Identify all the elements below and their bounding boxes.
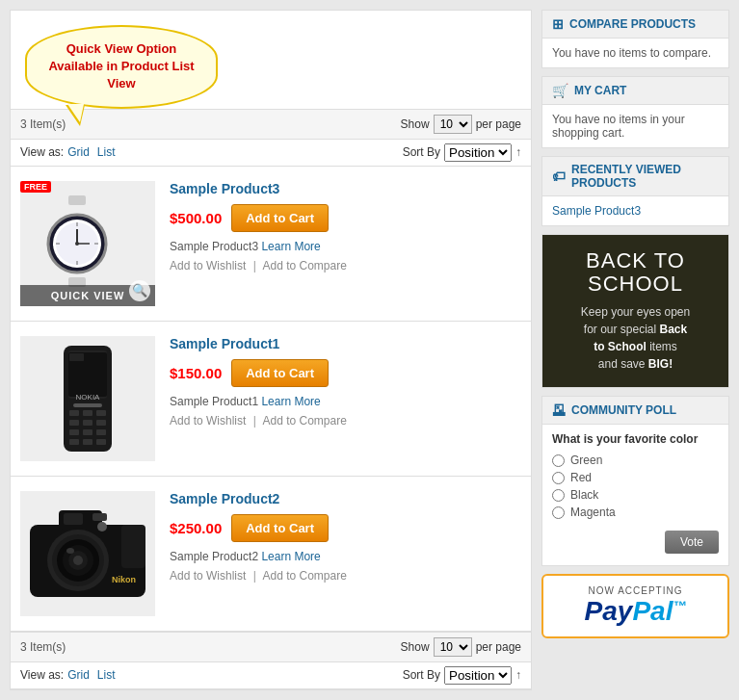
list-view-link-top[interactable]: List <box>97 145 116 159</box>
callout-bubble: Quick View Option Available in Product L… <box>25 25 218 109</box>
product-name-link-1[interactable]: Sample Product3 <box>170 181 279 196</box>
product-image-wrap-3: Nikon <box>20 491 155 616</box>
product-info-3: Sample Product2 $250.00 Add to Cart Samp… <box>170 491 521 583</box>
price-cart-1: $500.00 Add to Cart <box>170 204 521 232</box>
svg-point-7 <box>75 242 79 246</box>
svg-rect-40 <box>92 513 107 521</box>
svg-rect-19 <box>96 410 106 416</box>
poll-header-label: COMMUNITY POLL <box>571 403 676 417</box>
items-count-bottom: 3 Item(s) <box>20 640 66 654</box>
svg-rect-23 <box>69 429 79 435</box>
sort-by-label-bottom: Sort By <box>403 668 440 682</box>
show-select-bottom[interactable]: 10 20 50 <box>434 637 472 657</box>
sort-select-bottom[interactable]: Position Name Price <box>444 666 512 685</box>
poll-radio-green[interactable] <box>552 454 565 467</box>
product-name-3: Sample Product2 <box>170 491 521 506</box>
recently-viewed-header: 🏷 RECENTLY VIEWED PRODUCTS <box>542 157 728 196</box>
add-to-compare-link-3[interactable]: Add to Compare <box>263 569 347 583</box>
recently-viewed-header-label: RECENTLY VIEWED PRODUCTS <box>571 163 719 190</box>
poll-radio-black[interactable] <box>552 489 565 502</box>
svg-rect-18 <box>83 410 92 416</box>
product-desc-1: Sample Product3 Learn More <box>170 240 521 253</box>
sort-by-label-top: Sort By <box>403 145 440 159</box>
view-sort-bar-top: View as: Grid List Sort By Position Name… <box>11 140 531 167</box>
tag-icon: 🏷 <box>552 169 566 184</box>
my-cart-box: 🛒 MY CART You have no items in your shop… <box>541 76 729 148</box>
back-to-school-subtitle: Keep your eyes open for our special Back… <box>581 303 690 373</box>
poll-option-green: Green <box>552 454 719 467</box>
grid-view-link-bottom[interactable]: Grid <box>67 668 90 682</box>
view-label-bottom: View as: <box>20 668 64 682</box>
items-count-top: 3 Item(s) <box>20 117 66 131</box>
list-view-link-bottom[interactable]: List <box>97 668 116 682</box>
svg-rect-15 <box>69 353 84 361</box>
product-image-wrap-1: FREE QUICK VIEW 🔍 <box>20 181 155 306</box>
svg-rect-28 <box>96 439 106 445</box>
table-row: Nikon Sample Product2 $250.00 Add t <box>11 477 531 632</box>
svg-rect-24 <box>83 429 92 435</box>
add-to-cart-button-1[interactable]: Add to Cart <box>231 204 329 232</box>
paypal-logo: PayPal™ <box>553 596 718 627</box>
paypal-label: NOW ACCEPTING <box>553 585 718 596</box>
add-to-compare-link-1[interactable]: Add to Compare <box>263 259 347 272</box>
grid-view-link-top[interactable]: Grid <box>67 145 90 159</box>
show-group-bottom: Show 10 20 50 per page <box>401 637 521 657</box>
product-actions-2: Add to Wishlist | Add to Compare <box>170 414 521 428</box>
product-info-1: Sample Product3 $500.00 Add to Cart Samp… <box>170 181 521 272</box>
show-label-top: Show <box>401 117 430 131</box>
back-to-school-title: BACK TO SCHOOL <box>554 249 717 296</box>
product-desc-3: Sample Product2 Learn More <box>170 550 521 563</box>
sort-arrow-top[interactable]: ↑ <box>515 145 521 159</box>
add-to-cart-button-3[interactable]: Add to Cart <box>231 514 329 542</box>
product-name-1: Sample Product3 <box>170 181 521 196</box>
vote-button[interactable]: Vote <box>665 531 719 554</box>
product-image-wrap-2: NOKIA <box>20 336 155 461</box>
svg-rect-25 <box>96 429 106 435</box>
product-name-link-2[interactable]: Sample Product1 <box>170 336 279 351</box>
show-select-top[interactable]: 10 20 50 <box>434 115 472 134</box>
learn-more-link-2[interactable]: Learn More <box>261 395 320 408</box>
poll-radio-red[interactable] <box>552 472 565 484</box>
back-to-school-banner: BACK TO SCHOOL Keep your eyes open for o… <box>542 235 728 387</box>
product-price-2: $150.00 <box>170 365 222 381</box>
svg-text:NOKIA: NOKIA <box>76 393 101 402</box>
compare-products-body: You have no items to compare. <box>542 39 728 67</box>
product-list: FREE QUICK VIEW 🔍 Sample Product3 $500.0… <box>11 167 531 632</box>
per-page-label-top: per page <box>476 117 521 131</box>
sort-arrow-bottom[interactable]: ↑ <box>515 668 521 682</box>
view-label-top: View as: <box>20 145 64 159</box>
show-group-top: Show 10 20 50 per page <box>401 115 521 134</box>
product-name-link-3[interactable]: Sample Product2 <box>170 491 279 506</box>
compare-products-header: ⊞ COMPARE PRODUCTS <box>542 11 728 39</box>
zoom-icon[interactable]: 🔍 <box>129 280 150 301</box>
svg-rect-21 <box>83 420 92 426</box>
add-to-wishlist-link-2[interactable]: Add to Wishlist <box>170 414 246 428</box>
community-poll-box: 🗳 COMMUNITY POLL What is your favorite c… <box>541 396 729 566</box>
recently-viewed-item[interactable]: Sample Product3 <box>552 204 641 218</box>
learn-more-link-1[interactable]: Learn More <box>261 240 320 253</box>
svg-rect-26 <box>69 439 79 445</box>
sort-group-top: Sort By Position Name Price ↑ <box>403 143 521 162</box>
add-to-compare-link-2[interactable]: Add to Compare <box>263 414 347 428</box>
poll-option-label-red: Red <box>570 471 592 484</box>
toolbar-top: 3 Item(s) Show 10 20 50 per page <box>11 109 531 140</box>
product-image-2: NOKIA <box>20 336 155 461</box>
poll-question: What is your favorite color <box>552 432 719 446</box>
svg-rect-39 <box>64 513 83 525</box>
add-to-wishlist-link-1[interactable]: Add to Wishlist <box>170 259 246 272</box>
view-sort-bar-bottom: View as: Grid List Sort By Position Name… <box>11 662 531 689</box>
view-group-bottom: View as: Grid List <box>20 668 116 682</box>
product-actions-3: Add to Wishlist | Add to Compare <box>170 569 521 583</box>
add-to-cart-button-2[interactable]: Add to Cart <box>231 359 329 387</box>
sidebar: ⊞ COMPARE PRODUCTS You have no items to … <box>541 10 729 690</box>
add-to-wishlist-link-3[interactable]: Add to Wishlist <box>170 569 246 583</box>
my-cart-body: You have no items in your shopping cart. <box>542 105 728 147</box>
back-to-school-box: BACK TO SCHOOL Keep your eyes open for o… <box>541 234 729 388</box>
compare-header-label: COMPARE PRODUCTS <box>569 17 696 31</box>
product-actions-1: Add to Wishlist | Add to Compare <box>170 259 521 272</box>
poll-body: What is your favorite color Green Red Bl… <box>542 425 728 565</box>
poll-radio-magenta[interactable] <box>552 506 565 519</box>
learn-more-link-3[interactable]: Learn More <box>261 550 320 563</box>
sort-select-top[interactable]: Position Name Price <box>444 143 512 162</box>
table-row: NOKIA Sample Product1 $150.00 Add to Car… <box>11 322 531 477</box>
